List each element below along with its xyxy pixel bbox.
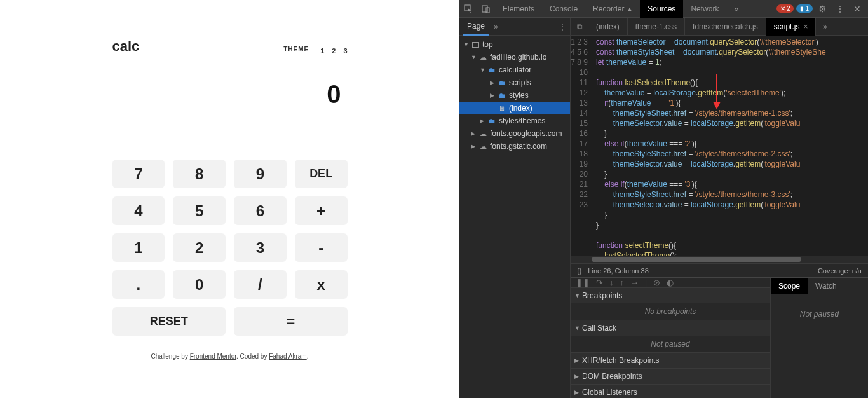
tree-folder-scripts[interactable]: ▶🖿scripts bbox=[459, 76, 570, 89]
inspect-icon[interactable] bbox=[459, 0, 477, 18]
theme-option-3[interactable]: 3 bbox=[343, 47, 347, 55]
horizontal-scrollbar[interactable] bbox=[571, 256, 868, 263]
more-icon[interactable]: ⋮ bbox=[832, 4, 848, 14]
theme-label: THEME bbox=[283, 46, 309, 55]
key-9[interactable]: 9 bbox=[234, 160, 287, 188]
calc-keypad: 789DEL456+123-.0/xRESET= bbox=[112, 160, 348, 336]
close-tab-icon[interactable]: × bbox=[803, 22, 808, 31]
editor-pane: ⧉ (index) theme-1.css fdmschemecatch.js … bbox=[571, 18, 868, 398]
key-1[interactable]: 1 bbox=[112, 233, 165, 262]
tab-recorder[interactable]: Recorder ▲ bbox=[585, 0, 640, 18]
key-4[interactable]: 4 bbox=[112, 196, 165, 225]
drawer-right: Scope Watch Not paused bbox=[771, 278, 868, 398]
section-xhr: ▶XHR/fetch Breakpoints bbox=[571, 353, 770, 369]
key-3[interactable]: 3 bbox=[234, 233, 287, 262]
tree-domain[interactable]: ▼☁fadiiileo.github.io bbox=[459, 51, 570, 64]
tab-network[interactable]: Network bbox=[683, 0, 726, 18]
theme-option-2[interactable]: 2 bbox=[332, 47, 336, 55]
nav-back-icon[interactable]: ⧉ bbox=[571, 22, 588, 31]
calc-title: calc bbox=[112, 38, 140, 55]
file-tab-theme1[interactable]: theme-1.css bbox=[628, 18, 685, 36]
devtools-tabs: Elements Console Recorder ▲ Sources Netw… bbox=[459, 0, 868, 18]
device-icon[interactable] bbox=[477, 0, 495, 18]
tab-sources[interactable]: Sources bbox=[640, 0, 683, 18]
svg-rect-1 bbox=[482, 6, 487, 12]
step-out-icon[interactable]: ↑ bbox=[620, 278, 625, 287]
key-5[interactable]: 5 bbox=[173, 196, 226, 225]
tree-folder-calculator[interactable]: ▼🖿calculator bbox=[459, 64, 570, 76]
key-divide[interactable]: / bbox=[234, 270, 287, 299]
link-author[interactable]: Fahad Akram bbox=[269, 353, 306, 360]
link-frontend-mentor[interactable]: Frontend Mentor bbox=[190, 353, 236, 360]
key-2[interactable]: 2 bbox=[173, 233, 226, 262]
file-tab-script[interactable]: script.js× bbox=[766, 18, 817, 36]
tab-elements[interactable]: Elements bbox=[495, 0, 542, 18]
key-8[interactable]: 8 bbox=[173, 160, 226, 188]
step-into-icon[interactable]: ↓ bbox=[609, 278, 614, 287]
status-bar: {} Line 26, Column 38 Coverage: n/a bbox=[571, 263, 868, 277]
tabs-more[interactable]: » bbox=[726, 0, 746, 18]
file-tab-index[interactable]: (index) bbox=[588, 18, 628, 36]
key-6[interactable]: 6 bbox=[234, 196, 287, 225]
tree-external-2[interactable]: ▶☁fonts.gstatic.com bbox=[459, 140, 570, 153]
key-equals[interactable]: = bbox=[234, 307, 348, 336]
tree-folder-styles-themes[interactable]: ▶🖿styles/themes bbox=[459, 114, 570, 127]
tree-file-index[interactable]: 🗎(index) bbox=[459, 102, 570, 114]
section-callstack: ▼Call Stack Not paused bbox=[571, 320, 770, 353]
tab-console[interactable]: Console bbox=[542, 0, 585, 18]
pause-exceptions-icon[interactable]: ◐ bbox=[667, 278, 674, 287]
theme-options: 1 2 3 bbox=[320, 47, 347, 55]
theme-option-1[interactable]: 1 bbox=[320, 47, 324, 55]
key-0[interactable]: 0 bbox=[173, 270, 226, 299]
info-badge[interactable]: ▮ 1 bbox=[796, 4, 813, 13]
calc-footer: Challenge by Frontend Mentor. Coded by F… bbox=[151, 353, 309, 360]
settings-icon[interactable]: ⚙ bbox=[815, 4, 830, 14]
key-minus[interactable]: - bbox=[295, 233, 348, 262]
calculator-app: calc THEME 1 2 3 0 789DEL456+123-.0/xRES… bbox=[0, 0, 459, 398]
theme-switcher: THEME 1 2 3 bbox=[283, 46, 347, 55]
section-dom: ▶DOM Breakpoints bbox=[571, 369, 770, 385]
tree-folder-styles[interactable]: ▶🖿styles bbox=[459, 89, 570, 102]
sources-panel: Page » ⋮ ▼top ▼☁fadiiileo.github.io ▼🖿ca… bbox=[459, 18, 868, 398]
calc-display: 0 bbox=[112, 80, 348, 109]
pause-icon[interactable]: ❚❚ bbox=[576, 278, 590, 287]
step-icon[interactable]: → bbox=[630, 278, 639, 287]
key-7[interactable]: 7 bbox=[112, 160, 165, 188]
key-multiply[interactable]: x bbox=[295, 270, 348, 299]
key-plus[interactable]: + bbox=[295, 196, 348, 225]
section-breakpoints: ▼Breakpoints No breakpoints bbox=[571, 288, 770, 320]
navigator-pane: Page » ⋮ ▼top ▼☁fadiiileo.github.io ▼🖿ca… bbox=[459, 18, 571, 398]
key-dot[interactable]: . bbox=[112, 270, 165, 299]
scope-body: Not paused bbox=[771, 294, 868, 398]
devtools-panel: Elements Console Recorder ▲ Sources Netw… bbox=[459, 0, 868, 398]
step-over-icon[interactable]: ↷ bbox=[596, 278, 603, 287]
file-tabs: ⧉ (index) theme-1.css fdmschemecatch.js … bbox=[571, 18, 868, 36]
tab-watch[interactable]: Watch bbox=[808, 278, 844, 294]
cursor-position: Line 26, Column 38 bbox=[588, 267, 648, 275]
file-tabs-more[interactable]: » bbox=[816, 22, 834, 31]
key-reset[interactable]: RESET bbox=[112, 307, 226, 336]
nav-menu-icon[interactable]: ⋮ bbox=[559, 22, 566, 31]
nav-more-icon[interactable]: » bbox=[494, 22, 498, 31]
code-editor[interactable]: 1 2 3 4 5 6 7 8 9 10 11 12 13 14 15 16 1… bbox=[571, 36, 868, 256]
deactivate-breakpoints-icon[interactable]: ⊘ bbox=[653, 278, 660, 287]
file-tab-fdm[interactable]: fdmschemecatch.js bbox=[685, 18, 766, 36]
coverage-info: Coverage: n/a bbox=[818, 267, 862, 275]
tree-external-1[interactable]: ▶☁fonts.googleapis.com bbox=[459, 127, 570, 140]
error-badge[interactable]: ✕ 2 bbox=[776, 4, 794, 13]
key-del[interactable]: DEL bbox=[295, 160, 348, 188]
tab-scope[interactable]: Scope bbox=[771, 278, 808, 294]
calc-header: calc THEME 1 2 3 bbox=[112, 38, 348, 55]
nav-tab-page[interactable]: Page bbox=[463, 18, 489, 36]
debugger-drawer: ❚❚ ↷ ↓ ↑ → | ⊘ ◐ ▼Breakpoints No breakpo… bbox=[571, 277, 868, 398]
close-icon[interactable]: ✕ bbox=[850, 4, 864, 14]
tree-top[interactable]: ▼top bbox=[459, 38, 570, 51]
debugger-toolbar: ❚❚ ↷ ↓ ↑ → | ⊘ ◐ bbox=[571, 278, 770, 288]
drawer-left: ❚❚ ↷ ↓ ↑ → | ⊘ ◐ ▼Breakpoints No breakpo… bbox=[571, 278, 771, 398]
section-global: ▶Global Listeners bbox=[571, 385, 770, 398]
file-tree: ▼top ▼☁fadiiileo.github.io ▼🖿calculator … bbox=[459, 36, 570, 398]
